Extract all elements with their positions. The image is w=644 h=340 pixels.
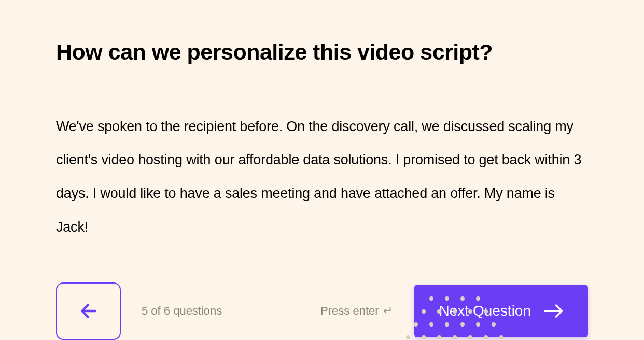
footer-row: 5 of 6 questions Press enter ↵ Next Ques… — [56, 282, 588, 340]
answer-text: We've spoken to the recipient before. On… — [56, 110, 588, 244]
next-question-button[interactable]: Next Question — [414, 285, 588, 337]
arrow-right-icon — [543, 304, 563, 318]
hint-label: Press enter — [320, 304, 379, 318]
question-title: How can we personalize this video script… — [56, 39, 588, 66]
progress-indicator: 5 of 6 questions — [142, 304, 222, 318]
form-container: How can we personalize this video script… — [0, 0, 644, 340]
enter-key-icon: ↵ — [383, 304, 393, 318]
answer-input-area[interactable]: We've spoken to the recipient before. On… — [56, 110, 588, 259]
back-button[interactable] — [56, 282, 121, 340]
keyboard-hint: Press enter ↵ — [320, 304, 393, 318]
arrow-left-icon — [79, 301, 99, 321]
next-button-label: Next Question — [439, 303, 531, 319]
